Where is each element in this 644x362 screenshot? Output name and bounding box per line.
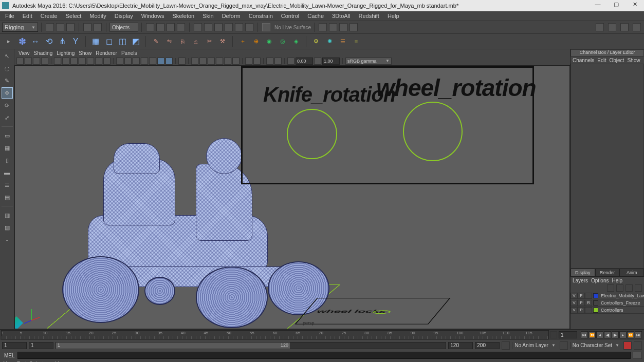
shelf-toggle-icon[interactable]: ▸ xyxy=(3,36,14,47)
vp-select-camera-icon[interactable] xyxy=(16,58,24,65)
shelf-delete-history-icon[interactable]: ⟲ xyxy=(43,36,54,47)
shelf-constraint-orient-icon[interactable]: ⊕ xyxy=(250,36,262,47)
vp-menu-renderer[interactable]: Renderer xyxy=(96,50,117,56)
range-start-field[interactable] xyxy=(29,342,53,349)
tool-settings-toggle-icon[interactable] xyxy=(608,23,616,31)
snap-point-icon[interactable] xyxy=(167,23,175,31)
menu-edit[interactable]: Edit xyxy=(20,12,35,20)
vp-safe-action-icon[interactable] xyxy=(95,58,102,65)
wheel-rotation-control[interactable] xyxy=(403,102,463,161)
layout-four-icon[interactable]: ▦ xyxy=(2,142,13,154)
vp-exposure-field[interactable] xyxy=(296,58,313,65)
shelf-set-driven-icon[interactable]: ⚙ xyxy=(310,36,322,47)
channelbox-toggle-icon[interactable] xyxy=(620,23,629,31)
menu-file[interactable]: File xyxy=(2,12,17,20)
vp-2d-pan-icon[interactable] xyxy=(41,58,48,65)
shelf-smooth-bind-icon[interactable]: ⎌ xyxy=(190,36,201,47)
shelf-mirror-weights-icon[interactable]: ⇋ xyxy=(163,36,175,47)
live-surface-icon[interactable] xyxy=(262,23,270,31)
snap-plane-icon[interactable] xyxy=(177,23,185,31)
history-off-icon[interactable] xyxy=(204,23,212,31)
floor-control-circle[interactable] xyxy=(372,310,392,314)
menu-redshift[interactable]: Redshift xyxy=(356,12,382,20)
go-start-icon[interactable]: ⏮ xyxy=(581,331,588,338)
layer-tab-anim[interactable]: Anim xyxy=(619,269,644,277)
menu-cache[interactable]: Cache xyxy=(304,12,327,20)
step-back-icon[interactable]: ◂ xyxy=(596,331,603,338)
layer-new-empty-icon[interactable] xyxy=(625,284,633,292)
menu-skin[interactable]: Skin xyxy=(199,12,216,20)
range-max-field[interactable] xyxy=(475,342,500,349)
layer-new-selected-icon[interactable] xyxy=(635,284,642,292)
anim-layer-select[interactable]: No Anim Layer ▼ xyxy=(512,342,558,349)
shelf-wrap-icon[interactable]: ◫ xyxy=(117,36,128,47)
vp-film-gate-icon[interactable] xyxy=(62,58,69,65)
layout-single-icon[interactable]: ▭ xyxy=(2,130,13,141)
layout-outliner-icon[interactable]: ☰ xyxy=(2,179,13,190)
layer-type-toggle[interactable]: R xyxy=(585,300,592,306)
layer-vis-toggle[interactable]: V xyxy=(571,307,578,313)
shelf-detach-icon[interactable]: ✂ xyxy=(204,36,215,47)
vp-safe-title-icon[interactable] xyxy=(103,58,111,65)
menu-deform[interactable]: Deform xyxy=(219,12,244,20)
vp-bookmarks-icon[interactable] xyxy=(25,58,32,65)
xgen-icon[interactable] xyxy=(319,23,327,31)
vp-gamma-icon[interactable] xyxy=(253,58,261,65)
vp-fieldlock-icon[interactable] xyxy=(287,58,295,65)
go-end-icon[interactable]: ⏭ xyxy=(635,331,642,338)
layer-playback-toggle[interactable]: P xyxy=(578,307,585,313)
vp-motion-blur-icon[interactable] xyxy=(216,58,223,65)
vp-field-chart-icon[interactable] xyxy=(87,58,94,65)
char-set-icon[interactable] xyxy=(560,341,568,350)
vp-gate-mask-icon[interactable] xyxy=(79,58,86,65)
vp-isolate-icon[interactable] xyxy=(178,58,186,65)
char-set-select[interactable]: No Character Set ▼ xyxy=(570,342,621,349)
play-back-icon[interactable]: ◀ xyxy=(604,331,611,338)
vp-exposure-icon[interactable] xyxy=(245,58,252,65)
hypershade-icon[interactable] xyxy=(245,23,253,31)
vp-textured-icon[interactable] xyxy=(133,58,140,65)
menu-help[interactable]: Help xyxy=(384,12,402,20)
vp-use-lights-icon[interactable] xyxy=(141,58,148,65)
attr-editor-toggle-icon[interactable] xyxy=(596,23,604,31)
menu-display[interactable]: Display xyxy=(112,12,136,20)
paint-select-tool[interactable]: ✎ xyxy=(2,75,13,86)
script-editor-icon[interactable] xyxy=(633,352,642,359)
history-icon[interactable] xyxy=(194,23,202,31)
cb-menu-object[interactable]: Object xyxy=(610,58,624,63)
shelf-expression-icon[interactable]: ≡ xyxy=(351,36,362,47)
layer-color-swatch[interactable] xyxy=(593,308,598,313)
vp-smooth-shade-icon[interactable] xyxy=(124,58,132,65)
shelf-hammer-icon[interactable]: ⚒ xyxy=(217,36,228,47)
layer-color-swatch[interactable] xyxy=(593,300,598,306)
vp-motion-trail-icon[interactable] xyxy=(191,58,198,65)
layout-two-h-icon[interactable]: ▬ xyxy=(2,167,13,178)
knife-rotation-control[interactable] xyxy=(287,109,337,159)
snap-curve-icon[interactable] xyxy=(156,23,164,31)
range-min-field[interactable] xyxy=(2,342,27,349)
vp-shadows-icon[interactable] xyxy=(149,58,156,65)
vp-colorspace-select[interactable]: sRGB gamma▼ xyxy=(345,58,392,65)
vp-menu-show[interactable]: Show xyxy=(79,50,91,56)
lasso-tool[interactable]: ◌ xyxy=(2,63,13,74)
shelf-joint-icon[interactable]: ⋔ xyxy=(57,36,68,47)
cb-menu-edit[interactable]: Edit xyxy=(597,58,606,63)
viewport-canvas[interactable]: Knife_rotation wheel_rotation wheel lock… xyxy=(14,66,570,329)
layer-color-swatch[interactable] xyxy=(593,293,598,298)
vp-menu-shading[interactable]: Shading xyxy=(34,50,53,56)
layer-type-toggle[interactable] xyxy=(585,293,592,299)
shelf-lattice-icon[interactable]: ▦ xyxy=(90,36,101,47)
anim-layer-icon[interactable] xyxy=(502,341,510,350)
play-fwd-icon[interactable]: ▶ xyxy=(612,331,619,338)
menu-skeleton[interactable]: Skeleton xyxy=(169,12,197,20)
vp-color-mgmt-icon[interactable] xyxy=(274,58,282,65)
shelf-freeze-icon[interactable]: ✽ xyxy=(16,36,28,47)
layer-menu-help[interactable]: Help xyxy=(612,278,622,283)
step-fwd-icon[interactable]: ▸ xyxy=(619,331,627,338)
layer-name[interactable]: Controllers xyxy=(599,308,644,313)
vp-wire-on-shaded-icon[interactable] xyxy=(157,58,164,65)
shelf-human-ik-icon[interactable]: ☰ xyxy=(337,36,348,47)
layer-tab-render[interactable]: Render xyxy=(595,269,620,277)
shelf-quick-rig-icon[interactable]: ✺ xyxy=(324,36,335,47)
rotate-tool[interactable]: ⟳ xyxy=(2,100,13,111)
